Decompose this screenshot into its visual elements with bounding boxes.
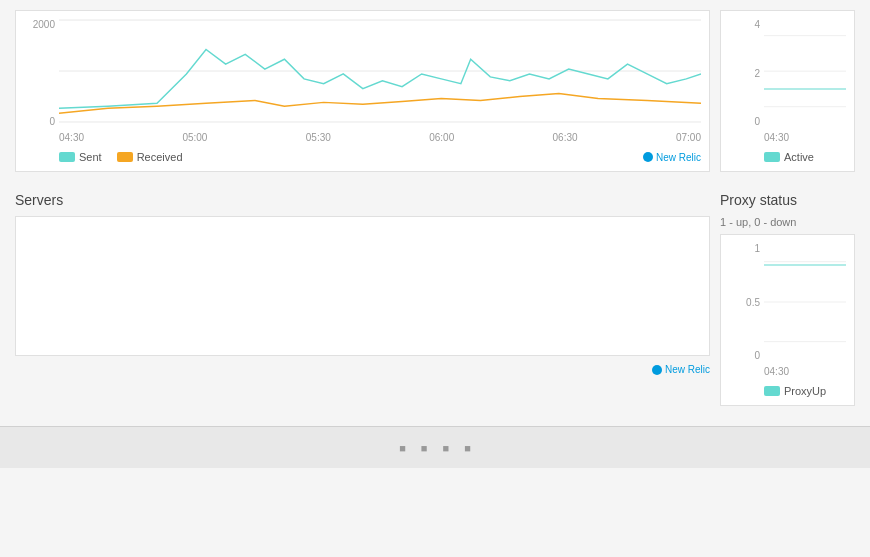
bottom-row: Servers New Relic Proxy status 1 - up, 0… bbox=[15, 192, 855, 406]
servers-new-relic-label: New Relic bbox=[665, 364, 710, 375]
proxy-svg-container bbox=[764, 243, 846, 364]
messages-legend: Sent Received New Relic bbox=[24, 151, 701, 163]
new-relic-badge-messages: New Relic bbox=[643, 152, 701, 163]
proxy-up-color bbox=[764, 386, 780, 396]
received-color bbox=[117, 152, 133, 162]
active-chart: 4 2 0 04:30 bbox=[720, 10, 855, 172]
proxy-up-label: ProxyUp bbox=[784, 385, 826, 397]
active-chart-area: 4 2 0 bbox=[729, 19, 846, 129]
active-y-2: 2 bbox=[729, 68, 760, 79]
proxy-x-axis: 04:30 bbox=[764, 366, 846, 377]
messages-svg bbox=[59, 19, 701, 124]
servers-section: Servers New Relic bbox=[15, 192, 710, 386]
sent-legend: Sent bbox=[59, 151, 102, 163]
y-label-2000: 2000 bbox=[24, 19, 55, 30]
proxy-legend: ProxyUp bbox=[729, 385, 846, 397]
new-relic-badge-servers: New Relic bbox=[652, 364, 710, 375]
messages-chart: 2000 0 bbox=[15, 10, 710, 172]
received-legend: Received bbox=[117, 151, 183, 163]
proxy-y-1: 1 bbox=[729, 243, 760, 254]
footer-icon-4: ■ bbox=[464, 442, 471, 454]
messages-chart-area: 2000 0 bbox=[24, 19, 701, 129]
proxy-y-0: 0 bbox=[729, 350, 760, 361]
new-relic-circle-servers bbox=[652, 365, 662, 375]
proxy-x-430: 04:30 bbox=[764, 366, 789, 377]
sent-label: Sent bbox=[79, 151, 102, 163]
x-label-500: 05:00 bbox=[182, 132, 207, 143]
proxy-y-05: 0.5 bbox=[729, 297, 760, 308]
footer-links: ■ ■ ■ ■ bbox=[399, 442, 471, 454]
footer-icon-2: ■ bbox=[421, 442, 428, 454]
proxy-subtitle: 1 - up, 0 - down bbox=[720, 216, 855, 228]
messages-svg-container bbox=[59, 19, 701, 127]
new-relic-circle bbox=[643, 152, 653, 162]
x-label-530: 05:30 bbox=[306, 132, 331, 143]
footer-icon-1: ■ bbox=[399, 442, 406, 454]
active-y-0: 0 bbox=[729, 116, 760, 127]
active-legend-label: Active bbox=[784, 151, 814, 163]
footer: ■ ■ ■ ■ bbox=[0, 426, 870, 468]
proxy-title: Proxy status bbox=[720, 192, 855, 208]
active-svg bbox=[764, 19, 846, 124]
x-label-600: 06:00 bbox=[429, 132, 454, 143]
active-x-430: 04:30 bbox=[764, 132, 789, 143]
active-y-axis: 4 2 0 bbox=[729, 19, 764, 129]
proxy-status-section: Proxy status 1 - up, 0 - down 1 0.5 0 bbox=[720, 192, 855, 406]
active-legend: Active bbox=[729, 151, 846, 163]
proxy-chart: 1 0.5 0 04:30 bbox=[720, 234, 855, 406]
received-label: Received bbox=[137, 151, 183, 163]
proxy-up-legend: ProxyUp bbox=[764, 385, 826, 397]
main-content: 2000 0 bbox=[0, 0, 870, 416]
x-label-430: 04:30 bbox=[59, 132, 84, 143]
proxy-svg bbox=[764, 243, 846, 361]
x-label-700: 07:00 bbox=[676, 132, 701, 143]
active-y-4: 4 bbox=[729, 19, 760, 30]
active-legend-item: Active bbox=[764, 151, 814, 163]
servers-legend: New Relic bbox=[15, 364, 710, 375]
active-svg-container bbox=[764, 19, 846, 127]
proxy-chart-area: 1 0.5 0 bbox=[729, 243, 846, 363]
active-x-axis: 04:30 bbox=[764, 132, 846, 143]
active-legend-color bbox=[764, 152, 780, 162]
servers-title: Servers bbox=[15, 192, 710, 208]
new-relic-label: New Relic bbox=[656, 152, 701, 163]
messages-y-axis: 2000 0 bbox=[24, 19, 59, 129]
proxy-y-axis: 1 0.5 0 bbox=[729, 243, 764, 363]
x-label-630: 06:30 bbox=[553, 132, 578, 143]
messages-x-axis: 04:30 05:00 05:30 06:00 06:30 07:00 bbox=[59, 132, 701, 143]
sent-color bbox=[59, 152, 75, 162]
footer-icon-3: ■ bbox=[443, 442, 450, 454]
y-label-0: 0 bbox=[24, 116, 55, 127]
charts-row: 2000 0 bbox=[15, 10, 855, 172]
servers-box bbox=[15, 216, 710, 356]
